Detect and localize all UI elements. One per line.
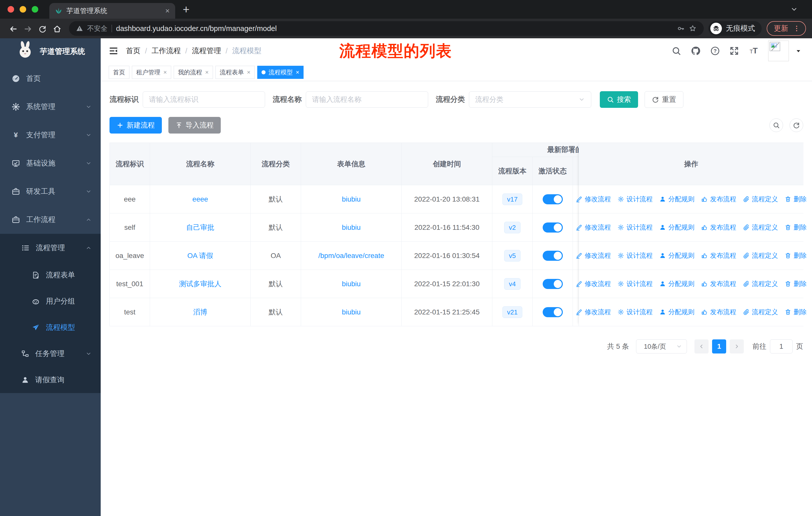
删除-action-link[interactable]: 删除	[785, 223, 807, 232]
process-id-input[interactable]	[149, 96, 259, 104]
设计流程-action-link[interactable]: 设计流程	[617, 223, 653, 232]
status-toggle[interactable]	[543, 279, 563, 289]
删除-action-link[interactable]: 删除	[785, 308, 807, 317]
form-info-link[interactable]: biubiu	[342, 223, 361, 232]
fullscreen-icon[interactable]	[729, 46, 739, 56]
sidebar-item-process-manage[interactable]: 流程管理	[0, 234, 101, 262]
设计流程-action-link[interactable]: 设计流程	[617, 308, 653, 317]
bookmark-star-icon[interactable]	[689, 24, 697, 32]
reload-button[interactable]	[35, 23, 50, 34]
password-key-icon[interactable]	[677, 25, 685, 32]
process-name-link[interactable]: 自己审批	[186, 223, 214, 232]
home-button[interactable]	[50, 23, 64, 34]
删除-action-link[interactable]: 删除	[785, 195, 807, 203]
tag-close-icon[interactable]: ×	[205, 69, 209, 76]
发布流程-action-link[interactable]: 发布流程	[701, 223, 736, 232]
tag-process-model[interactable]: 流程模型 ×	[257, 66, 303, 79]
sidebar-item-payment[interactable]: 支付管理	[0, 121, 101, 149]
create-process-button[interactable]: 新建流程	[110, 117, 162, 134]
分配规则-action-link[interactable]: 分配规则	[659, 308, 694, 317]
forward-button[interactable]	[21, 23, 35, 34]
form-info-link[interactable]: biubiu	[342, 280, 361, 288]
process-name-input[interactable]	[312, 96, 422, 104]
sidebar-item-process-form[interactable]: 流程表单	[0, 262, 101, 288]
sidebar-item-infrastructure[interactable]: 基础设施	[0, 149, 101, 178]
sidebar-item-process-model[interactable]: 流程模型	[0, 315, 101, 341]
show-search-button[interactable]	[770, 118, 783, 132]
status-toggle[interactable]	[543, 251, 563, 261]
status-toggle[interactable]	[543, 222, 563, 233]
close-window-button[interactable]	[7, 6, 14, 12]
form-info-link[interactable]: biubiu	[342, 195, 361, 203]
设计流程-action-link[interactable]: 设计流程	[617, 195, 653, 203]
流程定义-action-link[interactable]: 流程定义	[743, 223, 778, 232]
流程定义-action-link[interactable]: 流程定义	[743, 195, 778, 203]
tag-tenant[interactable]: 租户管理 ×	[132, 66, 171, 79]
tab-search-chevron-icon[interactable]	[790, 5, 798, 13]
avatar-caret-down-icon[interactable]	[795, 47, 802, 54]
refresh-table-button[interactable]	[790, 118, 803, 132]
new-tab-button[interactable]: +	[183, 2, 190, 16]
sidebar-logo[interactable]: 芋道管理系统	[0, 38, 101, 64]
address-bar[interactable]: 不安全 dashboard.yudao.iocoder.cn/bpm/manag…	[69, 21, 704, 36]
sidebar-item-system[interactable]: 系统管理	[0, 93, 101, 121]
goto-page-input[interactable]	[770, 340, 793, 353]
page-size-select[interactable]: 10条/页	[636, 340, 687, 353]
category-select[interactable]: 流程分类	[469, 91, 591, 108]
sidebar-item-user-group[interactable]: 用户分组	[0, 288, 101, 315]
process-name-link[interactable]: OA 请假	[187, 251, 213, 261]
设计流程-action-link[interactable]: 设计流程	[617, 279, 653, 288]
sidebar-collapse-icon[interactable]	[109, 46, 118, 56]
sidebar-item-home[interactable]: 首页	[0, 64, 101, 93]
流程定义-action-link[interactable]: 流程定义	[743, 308, 778, 317]
修改流程-action-link[interactable]: 修改流程	[576, 279, 611, 288]
分配规则-action-link[interactable]: 分配规则	[659, 251, 694, 260]
version-badge[interactable]: v21	[502, 306, 523, 318]
修改流程-action-link[interactable]: 修改流程	[576, 223, 611, 232]
tab-close-icon[interactable]: ×	[165, 6, 170, 15]
form-info-link[interactable]: /bpm/oa/leave/create	[318, 252, 384, 260]
tag-process-form[interactable]: 流程表单 ×	[215, 66, 255, 79]
流程定义-action-link[interactable]: 流程定义	[743, 251, 778, 260]
status-toggle[interactable]	[543, 194, 563, 204]
sidebar-item-workflow[interactable]: 工作流程	[0, 206, 101, 234]
search-button[interactable]: 搜索	[600, 91, 638, 108]
发布流程-action-link[interactable]: 发布流程	[701, 251, 736, 260]
sidebar-item-devtools[interactable]: 研发工具	[0, 178, 101, 206]
zoom-window-button[interactable]	[32, 6, 38, 12]
status-toggle[interactable]	[543, 307, 563, 317]
tag-close-icon[interactable]: ×	[296, 69, 299, 76]
browser-menu-dots-icon[interactable]	[793, 25, 801, 32]
font-size-icon[interactable]	[749, 46, 759, 56]
process-name-link[interactable]: 滔博	[193, 307, 207, 317]
next-page-button[interactable]	[730, 340, 744, 353]
minimize-window-button[interactable]	[20, 6, 26, 12]
page-number-button[interactable]: 1	[712, 340, 726, 353]
sidebar-item-task-manage[interactable]: 任务管理	[0, 341, 101, 367]
avatar[interactable]	[768, 40, 789, 61]
分配规则-action-link[interactable]: 分配规则	[659, 223, 694, 232]
browser-update-button[interactable]: 更新	[767, 21, 806, 36]
form-info-link[interactable]: biubiu	[342, 308, 361, 316]
help-icon[interactable]	[710, 46, 720, 56]
tag-close-icon[interactable]: ×	[247, 69, 251, 76]
update-label[interactable]: 更新	[774, 23, 788, 33]
tag-home[interactable]: 首页	[109, 66, 129, 79]
security-label[interactable]: 不安全	[87, 24, 108, 33]
sidebar-item-leave-query[interactable]: 请假查询	[0, 367, 101, 393]
breadcrumb-item[interactable]: 工作流程	[151, 46, 181, 56]
tag-my-process[interactable]: 我的流程 ×	[174, 66, 213, 79]
github-icon[interactable]	[691, 46, 701, 56]
version-badge[interactable]: v4	[504, 278, 521, 290]
发布流程-action-link[interactable]: 发布流程	[701, 195, 736, 203]
version-badge[interactable]: v2	[504, 222, 521, 233]
修改流程-action-link[interactable]: 修改流程	[576, 195, 611, 203]
修改流程-action-link[interactable]: 修改流程	[576, 308, 611, 317]
修改流程-action-link[interactable]: 修改流程	[576, 251, 611, 260]
发布流程-action-link[interactable]: 发布流程	[701, 308, 736, 317]
breadcrumb-item[interactable]: 流程管理	[192, 46, 221, 56]
删除-action-link[interactable]: 删除	[785, 279, 807, 288]
发布流程-action-link[interactable]: 发布流程	[701, 279, 736, 288]
import-process-button[interactable]: 导入流程	[168, 117, 221, 134]
prev-page-button[interactable]	[694, 340, 708, 353]
